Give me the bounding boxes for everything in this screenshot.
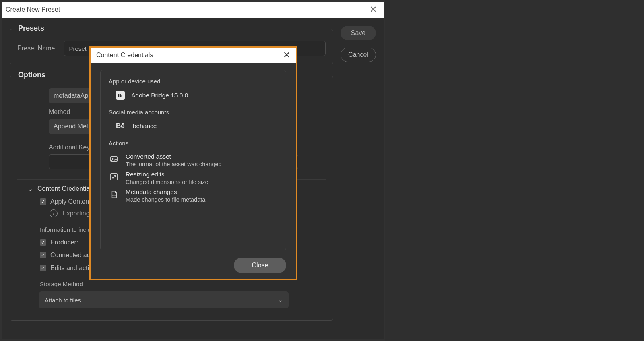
- bridge-app-icon: Br: [116, 91, 125, 100]
- action-row-converted: Converted asset The format of the asset …: [109, 153, 278, 167]
- chevron-down-icon: ⌄: [27, 185, 33, 192]
- cc-panel: App or device used Br Adobe Bridge 15.0.…: [100, 70, 286, 250]
- modal-title: Create New Preset: [6, 6, 60, 13]
- cc-titlebar: Content Credentials ✕: [91, 48, 296, 63]
- close-button[interactable]: Close: [234, 258, 286, 273]
- social-item: Bē behance: [109, 122, 278, 130]
- close-icon[interactable]: ✕: [369, 5, 377, 14]
- cc-title-text: Content Credentials: [96, 52, 153, 59]
- info-icon: i: [50, 209, 58, 217]
- action-row-resize: Resizing edits Changed dimensions or fil…: [109, 171, 278, 185]
- options-legend: Options: [16, 71, 48, 79]
- cc-heading: Content Credentials: [37, 185, 94, 192]
- actions-heading: Actions: [109, 140, 278, 147]
- preset-name-label: Preset Name: [17, 45, 55, 52]
- cancel-button[interactable]: Cancel: [341, 48, 376, 62]
- storage-method-value: Attach to files: [45, 297, 81, 304]
- close-icon[interactable]: ✕: [283, 51, 290, 60]
- producer-label: Producer:: [50, 239, 78, 246]
- right-panel-top: [385, 0, 644, 341]
- save-button[interactable]: Save: [341, 26, 376, 40]
- resize-icon: [109, 172, 119, 182]
- action-sub: Changed dimensions or file size: [126, 179, 208, 185]
- exporting-label: Exporting: [62, 210, 90, 217]
- image-icon: [109, 154, 119, 164]
- chevron-down-icon: ⌄: [278, 297, 283, 303]
- social-name: behance: [133, 122, 157, 130]
- modal-action-column: Save Cancel: [341, 18, 376, 62]
- action-title: Converted asset: [126, 153, 222, 160]
- action-title: Resizing edits: [126, 171, 208, 178]
- action-sub: The format of the asset was changed: [126, 161, 222, 167]
- checkbox-icon[interactable]: ✓: [40, 198, 46, 205]
- svg-point-1: [112, 158, 114, 159]
- presets-legend: Presets: [16, 24, 47, 33]
- checkbox-icon[interactable]: ✓: [40, 252, 46, 258]
- behance-icon: Bē: [116, 122, 126, 130]
- action-sub: Made changes to file metadata: [126, 196, 205, 203]
- modal-titlebar: Create New Preset ✕: [2, 2, 384, 18]
- app-item: Br Adobe Bridge 15.0.0: [109, 91, 278, 100]
- checkbox-icon[interactable]: ✓: [40, 239, 46, 246]
- checkbox-icon[interactable]: ✓: [40, 265, 46, 271]
- action-row-metadata: Metadata changes Made changes to file me…: [109, 188, 278, 203]
- content-credentials-modal: Content Credentials ✕ App or device used…: [89, 46, 297, 280]
- app-used-heading: App or device used: [109, 78, 278, 85]
- action-title: Metadata changes: [126, 188, 205, 196]
- storage-method-label: Storage Method: [39, 281, 326, 287]
- social-heading: Social media accounts: [109, 109, 278, 116]
- file-code-icon: [109, 189, 119, 200]
- cc-footer: Close: [100, 250, 286, 273]
- app-name: Adobe Bridge 15.0.0: [131, 92, 188, 99]
- storage-method-dropdown[interactable]: Attach to files ⌄: [39, 291, 289, 308]
